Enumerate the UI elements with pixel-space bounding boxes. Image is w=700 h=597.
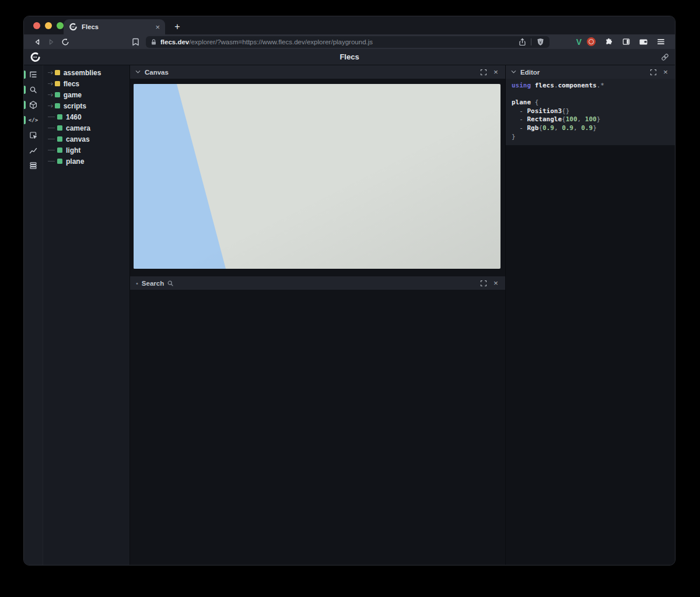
entity-label: canvas bbox=[66, 135, 90, 143]
wallet-icon[interactable] bbox=[639, 37, 648, 47]
inspector-cursor-icon[interactable] bbox=[24, 128, 43, 143]
app-header: Flecs bbox=[24, 49, 675, 65]
tree-guide-line bbox=[48, 117, 55, 117]
collapse-bullet-icon[interactable]: • bbox=[136, 280, 138, 287]
sidebar-toggle-icon[interactable] bbox=[621, 37, 631, 47]
screen: Flecs × + bbox=[0, 0, 700, 597]
entity-tree-panel: ›assemblies›flecs›game›scripts1460camera… bbox=[43, 65, 130, 566]
flecs-favicon bbox=[69, 23, 77, 31]
extension-icons: V bbox=[576, 37, 667, 47]
entity-label: camera bbox=[66, 124, 90, 132]
canvas-panel-title: Canvas bbox=[145, 69, 169, 76]
outliner-icon[interactable] bbox=[24, 67, 43, 82]
url-divider bbox=[531, 38, 531, 45]
browser-tab-flecs[interactable]: Flecs × bbox=[64, 19, 165, 34]
minimize-window-button[interactable] bbox=[45, 22, 52, 29]
chevron-down-icon[interactable] bbox=[510, 69, 517, 75]
back-button[interactable] bbox=[32, 37, 43, 47]
code-glyph: </> bbox=[29, 117, 38, 123]
entity-color-square bbox=[55, 70, 60, 75]
tab-strip: Flecs × + bbox=[24, 16, 675, 34]
code-icon[interactable]: </> bbox=[24, 113, 43, 128]
close-panel-icon[interactable]: × bbox=[491, 68, 501, 77]
url-domain: flecs.dev bbox=[160, 38, 189, 45]
url-text: flecs.dev/explorer/?wasm=https://www.fle… bbox=[160, 38, 514, 45]
entity-label: scripts bbox=[64, 102, 86, 110]
page-title: Flecs bbox=[24, 52, 675, 61]
entity-color-square bbox=[57, 114, 62, 120]
close-panel-icon[interactable]: × bbox=[661, 68, 670, 77]
traffic-lights bbox=[33, 22, 64, 29]
reload-button[interactable] bbox=[60, 37, 71, 47]
flecs-logo[interactable] bbox=[30, 52, 40, 62]
stats-chart-icon[interactable] bbox=[24, 143, 43, 158]
tree-item-camera[interactable]: camera bbox=[43, 122, 130, 134]
editor-column-filler bbox=[506, 145, 675, 566]
url-path: /explorer/?wasm=https://www.flecs.dev/ex… bbox=[189, 38, 373, 45]
bookmark-icon[interactable] bbox=[130, 37, 141, 47]
entity-label: assemblies bbox=[64, 69, 102, 77]
canvas-viewport-wrap bbox=[130, 79, 505, 276]
entity-color-square bbox=[57, 125, 62, 131]
editor-panel-header: Editor × bbox=[506, 65, 675, 79]
3d-viewport[interactable] bbox=[134, 84, 501, 269]
tree-guide-line bbox=[48, 128, 55, 128]
entity-color-square bbox=[55, 92, 60, 97]
fullscreen-icon[interactable] bbox=[479, 68, 488, 77]
entity-label: plane bbox=[66, 157, 84, 166]
tree-guide-line bbox=[48, 139, 55, 139]
entity-color-square bbox=[55, 103, 60, 108]
editor-panel-title: Editor bbox=[520, 69, 540, 76]
expand-chevron-icon[interactable]: › bbox=[51, 69, 53, 76]
icon-rail: </> bbox=[24, 65, 43, 566]
zoom-window-button[interactable] bbox=[57, 22, 64, 29]
entity-tree: ›assemblies›flecs›game›scripts1460camera… bbox=[43, 67, 130, 167]
tree-item-1460[interactable]: 1460 bbox=[43, 111, 130, 122]
canvas-panel-header: Canvas × bbox=[130, 65, 505, 79]
fullscreen-icon[interactable] bbox=[649, 68, 658, 77]
tree-item-game[interactable]: ›game bbox=[43, 89, 130, 100]
browser-window: Flecs × + bbox=[23, 16, 676, 566]
menu-hamburger-icon[interactable] bbox=[656, 37, 666, 47]
chevron-down-icon[interactable] bbox=[135, 69, 141, 75]
entity-label: game bbox=[64, 91, 82, 99]
close-window-button[interactable] bbox=[33, 22, 40, 29]
data-tables-icon[interactable] bbox=[24, 158, 43, 173]
tree-guide-line bbox=[48, 161, 55, 161]
tree-item-light[interactable]: light bbox=[43, 145, 130, 156]
expand-chevron-icon[interactable]: › bbox=[51, 92, 53, 98]
tree-item-assemblies[interactable]: ›assemblies bbox=[43, 67, 130, 78]
extensions-puzzle-icon[interactable] bbox=[604, 37, 613, 47]
main-area: </> bbox=[24, 65, 675, 566]
close-panel-icon[interactable]: × bbox=[491, 279, 501, 288]
share-link-icon[interactable] bbox=[660, 52, 670, 62]
entity-color-square bbox=[57, 136, 62, 142]
tab-title: Flecs bbox=[82, 23, 99, 30]
tree-item-canvas[interactable]: canvas bbox=[43, 134, 130, 145]
entity-label: flecs bbox=[64, 80, 79, 88]
share-icon[interactable] bbox=[517, 37, 527, 47]
canvas-column: Canvas × bbox=[130, 65, 505, 566]
entity-color-square bbox=[57, 148, 62, 153]
entities-cube-icon[interactable] bbox=[24, 97, 43, 113]
search-panel-title: Search bbox=[142, 280, 164, 287]
script-editor[interactable]: using flecs.components.* plane { - Posit… bbox=[506, 79, 675, 145]
tab-close-icon[interactable]: × bbox=[155, 23, 160, 31]
entity-label: light bbox=[66, 146, 80, 154]
expand-chevron-icon[interactable]: › bbox=[51, 103, 53, 109]
entity-color-square bbox=[57, 159, 62, 164]
fullscreen-icon[interactable] bbox=[479, 279, 488, 288]
brave-shield-icon[interactable] bbox=[536, 37, 545, 47]
expand-chevron-icon[interactable]: › bbox=[51, 80, 53, 87]
tree-item-flecs[interactable]: ›flecs bbox=[43, 78, 130, 89]
url-bar[interactable]: flecs.dev/explorer/?wasm=https://www.fle… bbox=[146, 36, 550, 48]
canvas-column-filler bbox=[130, 290, 505, 566]
tree-item-plane[interactable]: plane bbox=[43, 156, 130, 167]
tree-item-scripts[interactable]: ›scripts bbox=[43, 100, 130, 111]
query-search-icon[interactable] bbox=[24, 82, 43, 97]
adblock-extension-icon[interactable] bbox=[587, 37, 596, 46]
vue-devtools-icon[interactable]: V bbox=[576, 37, 582, 47]
editor-column: Editor × using flecs.components.* plane … bbox=[505, 65, 675, 566]
forward-button[interactable] bbox=[46, 37, 57, 47]
new-tab-button[interactable]: + bbox=[170, 19, 185, 34]
